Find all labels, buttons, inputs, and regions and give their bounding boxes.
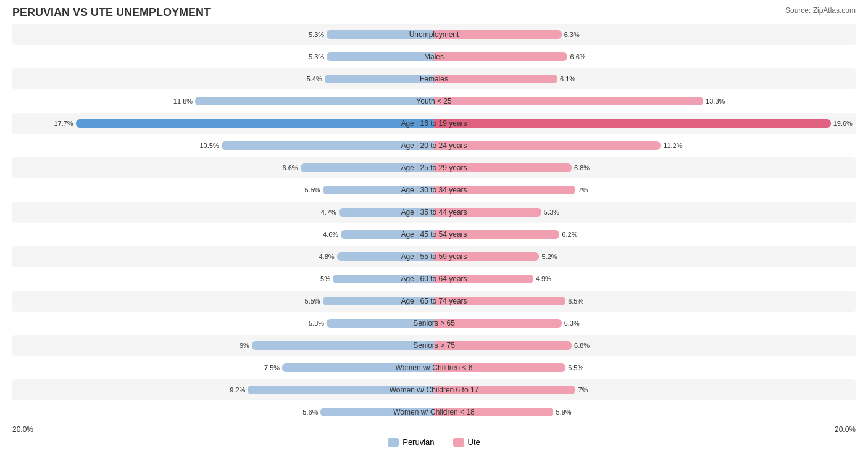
- bar-right: [434, 52, 567, 61]
- bar-right: [434, 75, 557, 83]
- row-center-label: Women w/ Children < 6: [396, 363, 473, 372]
- value-label-right: 5.9%: [556, 408, 572, 416]
- chart-row: 5.3%6.3%Unemployment: [12, 24, 856, 45]
- chart-row: 5.5%6.5%Age | 65 to 74 years: [12, 291, 856, 312]
- chart-row: 11.8%13.3%Youth < 25: [12, 91, 856, 112]
- value-label-right: 7%: [578, 386, 588, 394]
- row-center-label: Women w/ Children < 18: [393, 408, 475, 416]
- legend-item-peruvian: Peruvian: [388, 437, 434, 447]
- row-center-label: Age | 60 to 64 years: [401, 275, 467, 283]
- legend-item-ute: Ute: [453, 437, 480, 447]
- value-label-right: 19.6%: [833, 119, 853, 128]
- chart-row: 5.3%6.3%Seniors > 65: [12, 313, 856, 334]
- value-label-left: 5.6%: [303, 408, 318, 416]
- value-label-right: 6.2%: [562, 230, 577, 239]
- legend-label-ute: Ute: [468, 437, 480, 447]
- row-center-label: Age | 30 to 34 years: [401, 186, 467, 194]
- value-label-left: 4.7%: [321, 208, 336, 217]
- value-label-left: 6.6%: [282, 163, 298, 172]
- value-label-left: 5.3%: [309, 52, 324, 61]
- chart-row: 9%6.8%Seniors > 75: [12, 335, 856, 356]
- row-center-label: Males: [424, 52, 444, 61]
- row-center-label: Seniors > 75: [413, 341, 455, 350]
- row-center-label: Age | 20 to 24 years: [401, 141, 467, 150]
- row-center-label: Age | 65 to 74 years: [401, 297, 467, 305]
- value-label-right: 6.5%: [568, 363, 583, 372]
- legend-box-peruvian: [388, 438, 399, 447]
- bar-left: [252, 341, 434, 350]
- value-label-right: 4.9%: [536, 275, 551, 283]
- row-center-label: Age | 35 to 44 years: [401, 208, 467, 217]
- chart-row: 4.7%5.3%Age | 35 to 44 years: [12, 202, 856, 223]
- row-center-label: Females: [420, 75, 448, 83]
- chart-row: 4.8%5.2%Age | 55 to 59 years: [12, 246, 856, 267]
- value-label-left: 4.6%: [323, 230, 338, 239]
- bar-left: [325, 75, 434, 83]
- value-label-left: 11.8%: [173, 97, 193, 105]
- row-center-label: Age | 45 to 54 years: [401, 230, 467, 239]
- value-label-right: 5.2%: [542, 252, 557, 261]
- value-label-right: 6.3%: [564, 319, 580, 328]
- row-center-label: Age | 16 to 19 years: [401, 119, 467, 128]
- chart-row: 4.6%6.2%Age | 45 to 54 years: [12, 224, 856, 245]
- value-label-right: 11.2%: [663, 141, 682, 150]
- value-label-right: 6.8%: [574, 341, 590, 350]
- chart-row: 9.2%7%Women w/ Children 6 to 17: [12, 379, 856, 400]
- value-label-left: 5.3%: [309, 30, 324, 39]
- row-center-label: Unemployment: [409, 30, 459, 39]
- row-center-label: Seniors > 65: [413, 319, 455, 328]
- chart-row: 5.6%5.9%Women w/ Children < 18: [12, 402, 856, 423]
- bar-right: [434, 119, 831, 128]
- chart-row: 17.7%19.6%Age | 16 to 19 years: [12, 113, 856, 134]
- chart-row: 5.4%6.1%Females: [12, 68, 856, 89]
- chart-container: PERUVIAN VS UTE UNEMPLOYMENT Source: Zip…: [0, 0, 868, 467]
- value-label-left: 5.5%: [305, 186, 320, 194]
- value-label-left: 5%: [320, 275, 330, 283]
- chart-row: 5.5%7%Age | 30 to 34 years: [12, 180, 856, 200]
- chart-row: 5%4.9%Age | 60 to 64 years: [12, 268, 856, 289]
- value-label-left: 9.2%: [230, 386, 245, 394]
- row-center-label: Age | 25 to 29 years: [401, 163, 467, 172]
- value-label-right: 6.3%: [564, 30, 580, 39]
- bar-left: [195, 97, 434, 105]
- chart-row: 5.3%6.6%Males: [12, 46, 856, 67]
- chart-area: 5.3%6.3%Unemployment5.3%6.6%Males5.4%6.1…: [12, 24, 856, 423]
- chart-row: 10.5%11.2%Age | 20 to 24 years: [12, 135, 856, 156]
- legend-box-ute: [453, 438, 464, 447]
- legend-label-peruvian: Peruvian: [403, 437, 434, 447]
- value-label-right: 6.8%: [574, 163, 590, 172]
- bar-left: [327, 52, 434, 61]
- bar-left: [76, 119, 434, 128]
- value-label-right: 13.3%: [706, 97, 725, 105]
- value-label-left: 9%: [240, 341, 249, 350]
- value-label-left: 5.5%: [305, 297, 320, 305]
- axis-left-label: 20.0%: [12, 425, 33, 434]
- axis-right-label: 20.0%: [835, 425, 856, 434]
- value-label-left: 5.4%: [307, 75, 322, 83]
- chart-row: 6.6%6.8%Age | 25 to 29 years: [12, 157, 856, 178]
- axis-bottom: 20.0% 20.0%: [12, 425, 856, 434]
- value-label-left: 5.3%: [309, 319, 324, 328]
- bar-right: [434, 97, 703, 105]
- bar-right: [434, 141, 661, 150]
- source-text: Source: ZipAtlas.com: [785, 6, 856, 15]
- value-label-left: 10.5%: [199, 141, 219, 150]
- row-center-label: Youth < 25: [416, 97, 451, 105]
- chart-title: PERUVIAN VS UTE UNEMPLOYMENT: [12, 6, 856, 19]
- value-label-right: 6.6%: [570, 52, 585, 61]
- value-label-right: 6.1%: [560, 75, 575, 83]
- value-label-left: 7.5%: [264, 363, 280, 372]
- value-label-left: 4.8%: [319, 252, 334, 261]
- legend: Peruvian Ute: [12, 437, 856, 447]
- row-center-label: Age | 55 to 59 years: [401, 252, 467, 261]
- value-label-right: 5.3%: [544, 208, 559, 217]
- chart-row: 7.5%6.5%Women w/ Children < 6: [12, 357, 856, 378]
- value-label-right: 6.5%: [568, 297, 583, 305]
- value-label-right: 7%: [578, 186, 588, 194]
- row-center-label: Women w/ Children 6 to 17: [390, 386, 479, 394]
- value-label-left: 17.7%: [54, 119, 73, 128]
